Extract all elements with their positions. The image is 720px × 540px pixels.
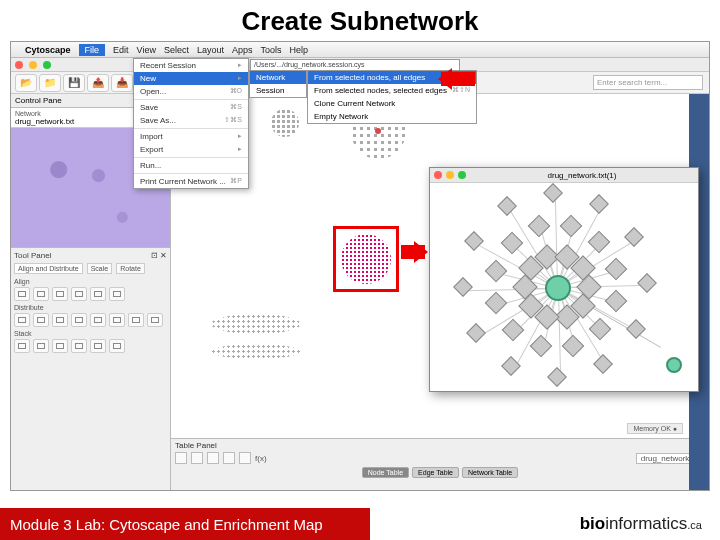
menu-new[interactable]: New▸ bbox=[134, 72, 248, 85]
drug-node[interactable] bbox=[485, 291, 508, 314]
stack-btn[interactable] bbox=[109, 339, 125, 353]
drug-node[interactable] bbox=[464, 231, 484, 251]
drug-node[interactable] bbox=[529, 335, 552, 358]
submenu-session[interactable]: Session bbox=[250, 84, 306, 97]
distribute-btn[interactable] bbox=[33, 313, 49, 327]
menu-run[interactable]: Run... bbox=[134, 159, 248, 172]
menu-layout[interactable]: Layout bbox=[197, 45, 224, 55]
menu-apps[interactable]: Apps bbox=[232, 45, 253, 55]
table-copy-button[interactable] bbox=[223, 452, 235, 464]
menu-save-as[interactable]: Save As...⇧⌘S bbox=[134, 114, 248, 127]
fx-label[interactable]: f(x) bbox=[255, 454, 267, 463]
drug-node[interactable] bbox=[604, 258, 627, 281]
distribute-btn[interactable] bbox=[71, 313, 87, 327]
tab-align-distribute[interactable]: Align and Distribute bbox=[14, 263, 83, 274]
app-window: Cytoscape File Edit View Select Layout A… bbox=[10, 41, 710, 491]
menu-open[interactable]: Open...⌘O bbox=[134, 85, 248, 98]
close-icon[interactable] bbox=[434, 171, 442, 179]
tab-edge-table[interactable]: Edge Table bbox=[412, 467, 459, 478]
subnet-empty[interactable]: Empty Network bbox=[308, 110, 476, 123]
menu-tools[interactable]: Tools bbox=[260, 45, 281, 55]
distribute-btn[interactable] bbox=[90, 313, 106, 327]
network-item[interactable]: drug_network.txt bbox=[15, 117, 74, 126]
subnetwork-window[interactable]: drug_network.txt(1) bbox=[429, 167, 699, 392]
menu-edit[interactable]: Edit bbox=[113, 45, 129, 55]
stack-btn[interactable] bbox=[33, 339, 49, 353]
stack-btn[interactable] bbox=[52, 339, 68, 353]
drug-node[interactable] bbox=[467, 323, 487, 343]
table-add-button[interactable] bbox=[175, 452, 187, 464]
distribute-btn[interactable] bbox=[109, 313, 125, 327]
shortcut: ⌘P bbox=[230, 177, 242, 186]
zoom-icon[interactable] bbox=[43, 61, 51, 69]
submenu-network[interactable]: Network bbox=[250, 71, 306, 84]
hub-node[interactable] bbox=[545, 275, 571, 301]
menu-view[interactable]: View bbox=[137, 45, 156, 55]
align-btn[interactable] bbox=[52, 287, 68, 301]
distribute-btn[interactable] bbox=[128, 313, 144, 327]
table-columns-button[interactable] bbox=[239, 452, 251, 464]
outlier-node[interactable] bbox=[666, 357, 682, 373]
minimize-icon[interactable] bbox=[29, 61, 37, 69]
drug-node[interactable] bbox=[626, 319, 646, 339]
save-button[interactable]: 💾 bbox=[63, 74, 85, 92]
align-btn[interactable] bbox=[71, 287, 87, 301]
table-import-button[interactable] bbox=[191, 452, 203, 464]
network-cluster[interactable] bbox=[271, 109, 299, 137]
align-btn[interactable] bbox=[109, 287, 125, 301]
open-session-button[interactable]: 📂 bbox=[15, 74, 37, 92]
drug-node[interactable] bbox=[528, 215, 551, 238]
drug-node[interactable] bbox=[589, 194, 609, 214]
tab-scale[interactable]: Scale bbox=[87, 263, 113, 274]
stack-btn[interactable] bbox=[71, 339, 87, 353]
subnetwork-canvas[interactable] bbox=[430, 183, 698, 391]
drug-node[interactable] bbox=[453, 277, 473, 297]
drug-node[interactable] bbox=[605, 290, 628, 313]
drug-node[interactable] bbox=[547, 367, 567, 387]
drug-node[interactable] bbox=[593, 354, 613, 374]
align-btn[interactable] bbox=[33, 287, 49, 301]
menu-save[interactable]: Save⌘S bbox=[134, 101, 248, 114]
drug-node[interactable] bbox=[497, 197, 517, 217]
drug-node[interactable] bbox=[588, 230, 611, 253]
menu-print[interactable]: Print Current Network ...⌘P bbox=[134, 175, 248, 188]
app-name[interactable]: Cytoscape bbox=[25, 45, 71, 55]
network-cluster[interactable] bbox=[211, 344, 301, 359]
align-btn[interactable] bbox=[14, 287, 30, 301]
search-input[interactable]: Enter search term... bbox=[593, 75, 703, 90]
drug-node[interactable] bbox=[485, 259, 508, 282]
align-btn[interactable] bbox=[90, 287, 106, 301]
stack-btn[interactable] bbox=[90, 339, 106, 353]
distribute-btn[interactable] bbox=[14, 313, 30, 327]
tool-panel-title: Tool Panel bbox=[14, 251, 51, 260]
drug-node[interactable] bbox=[561, 334, 584, 357]
import-button[interactable]: 📤 bbox=[87, 74, 109, 92]
label: Export bbox=[140, 145, 163, 154]
zoom-icon[interactable] bbox=[458, 171, 466, 179]
menu-import[interactable]: Import▸ bbox=[134, 130, 248, 143]
distribute-btn[interactable] bbox=[52, 313, 68, 327]
selected-subnetwork[interactable] bbox=[341, 234, 391, 284]
tab-network-table[interactable]: Network Table bbox=[462, 467, 518, 478]
close-icon[interactable] bbox=[15, 61, 23, 69]
drug-node[interactable] bbox=[501, 319, 524, 342]
drug-node[interactable] bbox=[560, 215, 583, 238]
table-delete-button[interactable] bbox=[207, 452, 219, 464]
subnet-clone[interactable]: Clone Current Network bbox=[308, 97, 476, 110]
menu-recent-session[interactable]: Recent Session▸ bbox=[134, 59, 248, 72]
menu-export[interactable]: Export▸ bbox=[134, 143, 248, 156]
distribute-btn[interactable] bbox=[147, 313, 163, 327]
tab-node-table[interactable]: Node Table bbox=[362, 467, 409, 478]
tool-panel-close-icon[interactable]: ⊡ ✕ bbox=[151, 251, 167, 260]
menu-help[interactable]: Help bbox=[290, 45, 309, 55]
tab-rotate[interactable]: Rotate bbox=[116, 263, 145, 274]
drug-node[interactable] bbox=[637, 273, 657, 293]
new-session-button[interactable]: 📁 bbox=[39, 74, 61, 92]
drug-node[interactable] bbox=[543, 183, 563, 203]
export-button[interactable]: 📥 bbox=[111, 74, 133, 92]
network-cluster[interactable] bbox=[211, 314, 301, 334]
menu-select[interactable]: Select bbox=[164, 45, 189, 55]
minimize-icon[interactable] bbox=[446, 171, 454, 179]
menu-file[interactable]: File bbox=[79, 44, 106, 56]
stack-btn[interactable] bbox=[14, 339, 30, 353]
